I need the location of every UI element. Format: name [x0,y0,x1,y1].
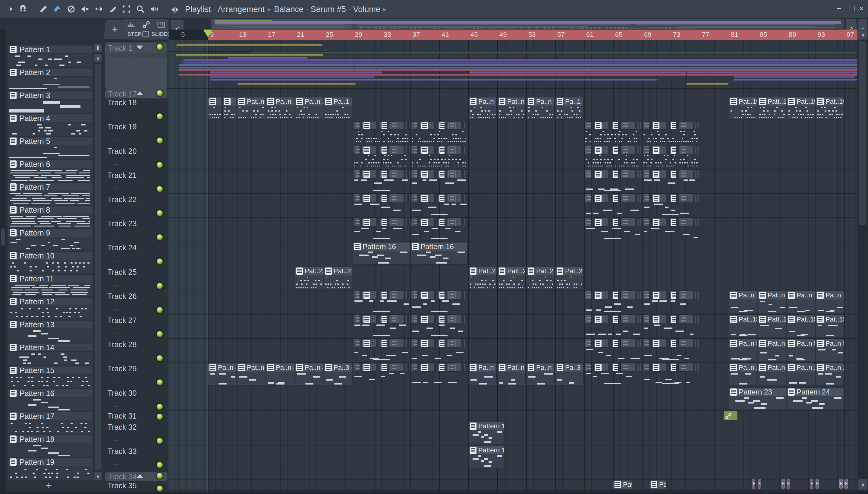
pattern-clip[interactable] [637,315,639,323]
pattern-clip[interactable] [643,363,649,372]
pattern-clip[interactable] [637,363,639,372]
pattern-clip[interactable] [640,218,641,227]
pattern-clip[interactable] [420,363,434,372]
track-led[interactable] [156,462,163,468]
pattern-clip[interactable]: Pa..n 3 [208,363,236,385]
pattern-clip[interactable] [380,339,387,347]
pattern-clip[interactable]: Pat..19 [787,97,815,119]
pattern-clip[interactable] [411,170,418,178]
track-collapse-arrow-icon[interactable] [137,474,143,478]
pattern-clip[interactable] [438,291,445,299]
pattern-clip[interactable]: Pat..n 1 [497,97,526,119]
pattern-scroll-down-button[interactable]: ∨ [94,472,102,481]
pattern-clip[interactable] [669,170,676,178]
pattern-clip[interactable] [389,146,403,154]
pattern-clip[interactable]: Pa..n 3 [266,363,294,385]
track-led[interactable] [156,414,163,420]
pattern-clip[interactable] [643,146,649,154]
pattern-list-item[interactable]: Pattern 12 [8,297,94,320]
pattern-list-item[interactable]: Pattern 14 [8,343,94,366]
pattern-clip[interactable] [420,170,434,178]
pattern-clip[interactable]: Pattern 16 [411,242,468,265]
track-led[interactable] [156,403,163,410]
pattern-clip[interactable] [669,315,676,323]
track-led[interactable] [156,113,163,120]
pattern-clip[interactable]: Pa..n 3 [526,363,555,385]
pattern-clip[interactable] [466,170,468,178]
pattern-clip[interactable] [640,146,641,154]
pattern-clip[interactable] [612,121,618,130]
pattern-clip[interactable] [612,315,618,323]
pattern-clip[interactable] [698,194,699,202]
timeline-ruler[interactable]: 5913172125293337414549535761656973778185… [169,30,857,40]
pattern-clip[interactable] [612,146,618,154]
pattern-clip[interactable]: Pa..n 5 [815,339,844,361]
pattern-clip[interactable]: Pa..n 2 [729,363,757,385]
pattern-clip[interactable]: Pat..n 5 [758,339,786,361]
pattern-clip[interactable] [463,194,465,202]
track-led[interactable] [156,438,163,444]
pattern-clip[interactable] [643,339,649,347]
pattern-clip[interactable] [411,291,418,299]
delete-tool-button[interactable] [65,3,77,15]
pattern-clip[interactable] [669,291,676,299]
pattern-clip[interactable]: Pa..n 5 [787,339,815,361]
pattern-clip[interactable]: Pa..n 1 [468,97,497,119]
pattern-clip[interactable] [678,339,693,347]
mini-pattern-clip[interactable] [782,479,785,489]
overview-clip-bar[interactable] [183,62,857,64]
pattern-clip[interactable] [643,315,649,323]
pattern-clip[interactable] [420,194,434,202]
pattern-clip[interactable] [353,218,360,227]
pattern-clip[interactable] [466,146,468,154]
pattern-clip[interactable] [698,363,699,372]
overview-clip-bar[interactable] [179,66,857,69]
left-rail-handle[interactable] [1,228,5,246]
pattern-clip[interactable] [406,121,407,130]
pattern-clip[interactable] [695,194,696,202]
pattern-clip[interactable]: Pa..3 [324,363,352,385]
pattern-clip[interactable] [411,363,418,372]
overview-clip-bar[interactable] [210,72,382,74]
pattern-clip[interactable] [389,194,403,202]
pattern-clip[interactable] [669,146,676,154]
pattern-clip[interactable] [651,339,666,347]
pattern-clip[interactable] [408,291,410,299]
pattern-list-item[interactable]: Pattern 18 [8,435,94,457]
pattern-clip[interactable] [678,315,693,323]
pattern-clip[interactable]: Pa..3 [555,363,584,385]
pattern-clip[interactable] [463,315,465,323]
overview-clip-bar[interactable] [179,64,857,66]
pattern-scrollbar-thumb[interactable] [95,64,101,470]
pattern-list-item[interactable]: Pattern 6 [8,160,94,183]
pattern-clip[interactable] [406,146,407,154]
pattern-clip[interactable] [678,363,693,372]
pattern-clip[interactable] [678,291,693,299]
close-button[interactable]: × [855,2,868,15]
mini-pattern-clip[interactable] [840,479,843,489]
pattern-list-item[interactable]: Pattern 8 [8,206,94,228]
pattern-clip[interactable] [620,339,635,347]
pattern-clip[interactable] [408,315,410,323]
pattern-clip[interactable] [420,291,434,299]
add-pattern-button[interactable]: + [42,479,56,491]
pattern-clip[interactable] [362,121,376,130]
pattern-clip[interactable] [695,315,696,323]
playlist-grid[interactable]: Pat..n 1Pa..n 1Pa..n 1Pa..1Pa..n 1Pat..n… [168,40,857,494]
track-led[interactable] [156,258,163,265]
pattern-clip[interactable] [408,339,410,347]
pattern-clip[interactable] [408,170,410,178]
pattern-clip[interactable] [438,339,445,347]
pattern-clip[interactable] [593,121,608,130]
pattern-clip[interactable] [637,194,639,202]
pattern-clip[interactable] [585,363,591,372]
pattern-clip[interactable] [208,97,222,119]
pattern-clip[interactable]: Pa..1 [324,97,352,119]
pattern-clip[interactable] [698,170,699,178]
pattern-clip[interactable] [406,315,407,323]
pattern-clip[interactable] [585,339,591,347]
pattern-clip[interactable]: Pat..n 2 [758,363,786,385]
pattern-clip[interactable] [380,146,387,154]
pattern-clip[interactable] [463,339,465,347]
pattern-clip[interactable] [353,121,360,130]
